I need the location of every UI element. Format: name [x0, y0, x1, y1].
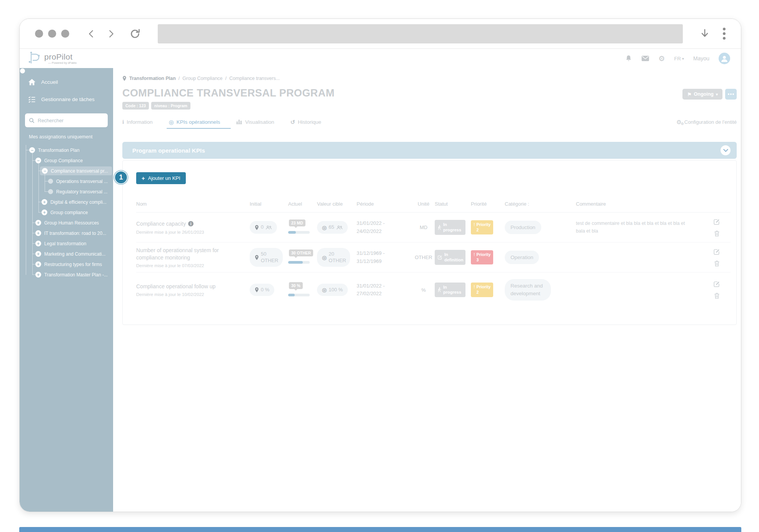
collapse-section-button[interactable] [721, 145, 731, 155]
unit-label: MD [412, 224, 435, 230]
last-update-label: Dernière mise à jour le 26/01/2023 [136, 230, 250, 234]
delete-kpi-button[interactable] [714, 230, 720, 237]
current-progress: 23 MD [288, 221, 310, 234]
edit-icon [713, 281, 720, 288]
kpi-section-header: Program operational KPIs [122, 142, 737, 159]
sidebar-item-gestionnaire-taches[interactable]: Gestionnaire de tâches [20, 91, 113, 108]
table-header-row: Nom Initial Actuel Valeur cible Période … [136, 201, 731, 213]
breadcrumb-item[interactable]: Transformation Plan [129, 76, 176, 81]
tree-item[interactable]: + Group compliance [20, 207, 113, 218]
sidebar-item-accueil[interactable]: Accueil [20, 73, 113, 91]
bullseye-icon: ◎ [322, 255, 327, 260]
window-control-dot[interactable] [35, 30, 43, 38]
messages-envelope-icon[interactable] [641, 55, 649, 62]
assignments-toggle-row: Mes assignations uniquement [20, 131, 113, 143]
delete-kpi-button[interactable] [714, 260, 720, 267]
edit-icon [713, 248, 720, 255]
tree-item[interactable]: Regulatory transversal ... [20, 186, 113, 197]
add-kpi-button[interactable]: + Ajouter un KPI [136, 172, 186, 184]
refresh-icon[interactable] [129, 28, 141, 40]
sidebar: Accueil Gestionnaire de tâches Mes assig… [20, 68, 113, 512]
home-icon [28, 78, 36, 86]
expand-node-icon[interactable]: + [35, 220, 41, 226]
status-dropdown-button[interactable]: ⚑ Ongoing ▾ [682, 89, 722, 100]
tree-item[interactable]: + Restructuring types for firms [20, 259, 113, 269]
kpi-table: Nom Initial Actuel Valeur cible Période … [136, 201, 731, 307]
expand-node-icon[interactable]: + [35, 251, 41, 257]
expand-node-icon[interactable]: + [35, 241, 41, 246]
settings-gear-icon[interactable]: ⚙ [659, 54, 665, 63]
page-title: COMPLIANCE TRANSVERSAL PROGRAM [122, 87, 335, 99]
expand-node-icon[interactable]: + [42, 199, 47, 205]
tab-kpis-operationnels[interactable]: ◎ KPIs opérationnels [169, 119, 220, 129]
status-badge: In progress [435, 283, 465, 297]
location-pin-icon [255, 225, 259, 230]
brand-name: proPilot [44, 53, 77, 61]
more-actions-button[interactable] [725, 89, 737, 100]
assignments-toggle-label: Mes assignations uniquement [29, 134, 92, 140]
user-avatar[interactable] [719, 53, 730, 64]
search-input[interactable] [38, 118, 104, 123]
expand-node-icon[interactable]: + [42, 209, 47, 215]
edit-kpi-button[interactable] [713, 281, 720, 288]
search-icon [29, 118, 35, 123]
window-controls[interactable] [35, 30, 69, 38]
tree-item[interactable]: Operations transversal ... [20, 176, 113, 186]
username-label[interactable]: Mayou [693, 55, 709, 62]
tree-item[interactable]: − Transformation Plan [20, 145, 113, 155]
url-bar[interactable] [158, 24, 683, 43]
propilot-logo-icon [27, 50, 41, 66]
plus-icon: + [142, 175, 145, 181]
entity-tree: − Transformation Plan − Group Compliance… [20, 145, 113, 280]
tree-item[interactable]: + Transformation Master Plan -... [20, 269, 113, 280]
expand-node-icon[interactable]: + [35, 230, 41, 236]
tree-item[interactable]: + IT transformation: road to 20... [20, 228, 113, 238]
tree-item[interactable]: + Group Human Ressources [20, 218, 113, 228]
priority-badge: ! Priority2 [471, 220, 493, 234]
tree-item-selected[interactable]: − Compliance transversal pr... [20, 166, 113, 176]
browser-window: proPilot — Powered by dFakto ⚙ FR▾ Mayou [19, 18, 741, 512]
info-circle-icon[interactable]: i [188, 221, 194, 226]
table-row: Compliance capacityi Dernière mise à jou… [136, 213, 731, 243]
language-dropdown[interactable]: FR▾ [674, 56, 684, 62]
initial-value-pill: 50 OTHER [250, 248, 283, 267]
forward-icon[interactable] [107, 29, 115, 39]
tree-item[interactable]: + Legal transformation [20, 238, 113, 249]
bar-chart-icon [236, 119, 242, 125]
browser-menu-icon[interactable] [723, 28, 726, 40]
tree-item[interactable]: − Group Compliance [20, 155, 113, 166]
edit-kpi-button[interactable] [713, 218, 720, 225]
collapse-node-icon[interactable]: − [42, 168, 48, 174]
exclaim-icon: ! [474, 284, 475, 290]
exclaim-icon: ! [474, 222, 475, 228]
download-icon[interactable] [700, 28, 710, 40]
browser-toolbar [20, 19, 741, 49]
tab-information[interactable]: i Information [122, 119, 153, 129]
entity-config-button[interactable]: ⚙⚙ Configuration de l'entité [676, 119, 737, 129]
notifications-bell-icon[interactable] [625, 55, 632, 62]
back-icon[interactable] [87, 29, 95, 39]
expand-node-icon[interactable]: + [35, 261, 41, 267]
level-badge: niveau : Program [151, 102, 190, 110]
tree-item[interactable]: + Marketing and Communicati... [20, 249, 113, 259]
breadcrumb-item[interactable]: Group Compliance [182, 76, 222, 81]
walking-icon [437, 225, 441, 230]
propilot-logo: proPilot — Powered by dFakto [27, 50, 77, 66]
unit-label: OTHER [412, 254, 435, 260]
history-icon: ↺ [290, 119, 295, 125]
kpi-card: 1 + Ajouter un KPI Nom Initial Actuel Va… [122, 160, 737, 325]
target-value-pill: ◎ 20 OTHER [317, 248, 350, 267]
edit-kpi-button[interactable] [713, 248, 720, 255]
window-control-dot[interactable] [48, 30, 56, 38]
breadcrumb-item[interactable]: Compliance transvers... [229, 76, 280, 81]
tree-item[interactable]: + Digital & efficiency compli... [20, 197, 113, 207]
collapse-node-icon[interactable]: − [29, 147, 35, 153]
delete-kpi-button[interactable] [714, 293, 720, 299]
expand-node-icon[interactable]: + [35, 272, 41, 278]
window-control-dot[interactable] [61, 30, 69, 38]
chevron-down-icon [723, 149, 728, 152]
tab-historique[interactable]: ↺ Historique [290, 119, 321, 129]
tab-visualisation[interactable]: Visualisation [236, 119, 274, 129]
leaf-node-icon [48, 179, 53, 184]
collapse-node-icon[interactable]: − [35, 158, 41, 163]
